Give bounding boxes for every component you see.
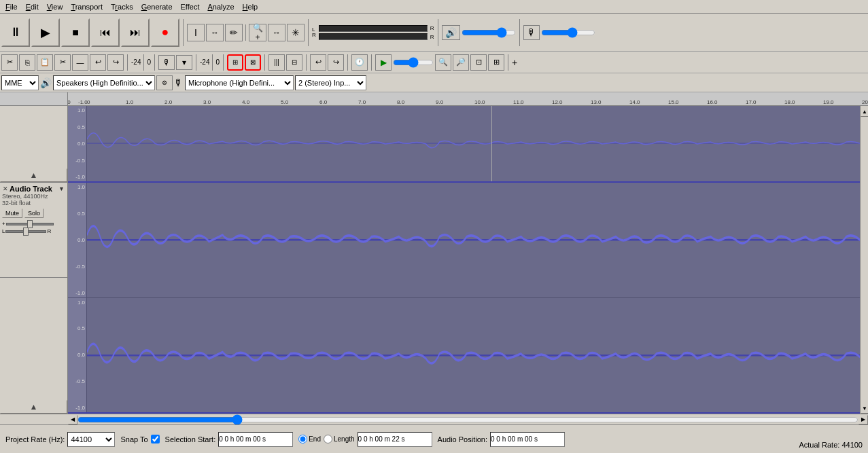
redo-button[interactable]: ↪ [107, 54, 124, 71]
channels-select[interactable]: 2 (Stereo) Inp... [295, 75, 366, 90]
audio-position-input[interactable] [490, 432, 565, 447]
speaker-icon: 🔊 [40, 77, 52, 88]
menu-effect[interactable]: Effect [177, 1, 204, 12]
scroll-down-button[interactable]: ▲ [0, 400, 67, 414]
undo2-button[interactable]: ↩ [310, 54, 326, 71]
output-volume-slider[interactable] [462, 27, 516, 38]
menu-generate[interactable]: Generate [137, 1, 177, 12]
ruler-tick-20: 20.0 [862, 99, 868, 105]
track-close-button[interactable]: ✕ [2, 185, 9, 192]
solo-button[interactable]: Solo [24, 209, 44, 218]
menu-edit[interactable]: Edit [22, 1, 43, 12]
end-radio[interactable] [298, 435, 307, 443]
zoom-out2-button[interactable]: 🔎 [453, 54, 469, 71]
time-icon[interactable]: 🕐 [351, 54, 368, 71]
vscroll-down-button[interactable]: ▼ [861, 403, 868, 414]
zoom-normal-button[interactable]: ||| [268, 54, 285, 71]
undo-button[interactable]: ↩ [90, 54, 106, 71]
menu-transport[interactable]: Transport [67, 1, 107, 12]
y-axis-ch1-ntop: -1.0 [68, 290, 86, 296]
zoom-sel-button[interactable]: ⊟ [286, 54, 302, 71]
skip-end-button[interactable]: ⏭ [121, 18, 150, 47]
copy-button[interactable]: ⎘ [19, 54, 35, 71]
db-zero-r-label: 0 [215, 58, 220, 66]
mic-arrow-icon[interactable]: ▾ [176, 55, 192, 70]
menu-view[interactable]: View [43, 1, 67, 12]
zoom-in-button[interactable]: 🔍+ [249, 24, 266, 41]
snap-to-group: Snap To [120, 435, 159, 443]
ruler-tick-13: 13.0 [591, 99, 629, 105]
play-speed-slider[interactable] [393, 58, 434, 67]
length-radio[interactable] [324, 435, 332, 443]
track-pan-slider[interactable] [5, 230, 46, 233]
input-volume-slider[interactable] [541, 27, 595, 38]
top-waveform-svg: // Generated inline via script tag won't… [87, 106, 860, 181]
ruler-tick-16: 16.0 [707, 99, 746, 105]
device-bar: MME 🔊 Speakers (High Definitio... ⚙ 🎙 Mi… [0, 73, 868, 92]
paste-button[interactable]: 📋 [37, 54, 53, 71]
ruler-tick-17: 17.0 [746, 99, 784, 105]
horizontal-scroll-input[interactable] [77, 416, 858, 424]
pause-button[interactable]: ⏸ [1, 18, 30, 47]
menu-help[interactable]: Help [239, 1, 262, 12]
envelope-tool-button[interactable]: ↔ [206, 24, 224, 41]
timeline-ruler: -2.0 -1.0 0 1.0 2.0 3.0 4.0 5.0 6.0 7.0 … [0, 92, 868, 106]
end-time-input[interactable] [358, 432, 432, 447]
menu-file[interactable]: File [1, 1, 22, 12]
y-axis-ch2-top: 1.0 [68, 300, 86, 306]
hscroll-left-button[interactable]: ◀ [68, 415, 77, 424]
ruler-tick-9: 9.0 [436, 99, 474, 105]
record-button[interactable]: ● [151, 18, 179, 47]
channel1-waveform: 1.0 0.5 0.0 -0.5 -1.0 [68, 183, 860, 298]
project-rate-select[interactable]: 44100 [67, 432, 115, 447]
vscroll-up-button[interactable]: ▲ [861, 106, 868, 117]
zoom-fit-button[interactable]: ⊡ [470, 54, 487, 71]
audio-track-waveform: 1.0 0.5 0.0 -0.5 -1.0 1.0 [68, 183, 860, 414]
play-speed-button[interactable]: ▶ [375, 54, 392, 71]
ruler-tick-6: 6.0 [319, 99, 358, 105]
menu-bar: File Edit View Transport Tracks Generate… [0, 0, 868, 14]
input-device-select[interactable]: Microphone (High Defini... [185, 75, 294, 90]
plus-icon: + [512, 57, 517, 68]
multi-tool-button[interactable]: ✳ [287, 24, 305, 41]
zoom-wide-button[interactable]: ⊞ [488, 54, 504, 71]
playhead-cursor [491, 106, 492, 181]
draw-tool-button[interactable]: ✏ [225, 24, 243, 41]
track-volume-slider[interactable] [6, 223, 54, 225]
snap-to-checkbox[interactable] [151, 435, 160, 443]
db-zero-label: 0 [147, 58, 151, 66]
output-settings-button[interactable]: ⚙ [156, 75, 173, 90]
skip-start-button[interactable]: ⏮ [91, 18, 120, 47]
selection-start-input[interactable] [218, 432, 293, 447]
ruler-tick-3: 3.0 [203, 99, 242, 105]
db-minus24-r-label: -24 [200, 58, 209, 66]
fit-tracks-button[interactable]: ⊞ [227, 54, 243, 71]
menu-analyze[interactable]: Analyze [203, 1, 238, 12]
stop-button[interactable]: ■ [61, 18, 90, 47]
mic-icon[interactable]: 🎙 [523, 25, 540, 40]
zoom-out-button[interactable]: ↔ [268, 24, 285, 41]
redo2-button[interactable]: ↪ [328, 54, 344, 71]
scroll-up-button[interactable]: ▲ [0, 168, 67, 182]
track-title: Audio Track [10, 185, 57, 193]
mic2-icon[interactable]: 🎙 [158, 55, 175, 70]
ruler-tick-15: 15.0 [668, 99, 707, 105]
project-rate-group: Project Rate (Hz): 44100 [5, 432, 115, 447]
selection-tool-button[interactable]: I [187, 24, 205, 41]
silence-button[interactable]: — [72, 54, 88, 71]
ruler-tick-4: 4.0 [242, 99, 281, 105]
zoom-in2-button[interactable]: 🔍 [435, 54, 451, 71]
mute-button[interactable]: Mute [2, 209, 22, 218]
trim-button[interactable]: ✂ [54, 54, 71, 71]
menu-tracks[interactable]: Tracks [107, 1, 137, 12]
ruler-neg2: -2.0 [68, 99, 71, 105]
play-button[interactable]: ▶ [31, 18, 60, 47]
output-device-select[interactable]: Speakers (High Definitio... [53, 75, 155, 90]
hscroll-right-button[interactable]: ▶ [858, 415, 868, 424]
volume-icon[interactable]: 🔊 [442, 25, 460, 40]
cut-button[interactable]: ✂ [1, 54, 18, 71]
host-select[interactable]: MME [1, 75, 39, 90]
track-menu-button[interactable]: ▼ [58, 185, 65, 192]
fit-project-button[interactable]: ⊠ [245, 54, 261, 71]
ruler-tick-5: 5.0 [281, 99, 319, 105]
